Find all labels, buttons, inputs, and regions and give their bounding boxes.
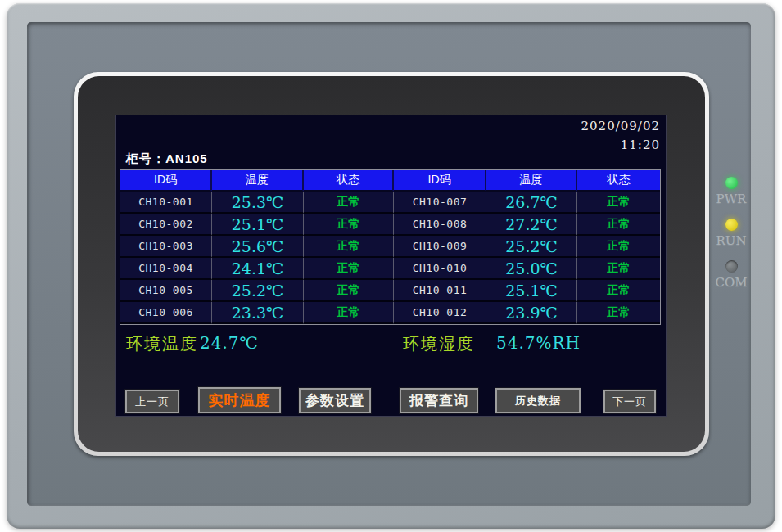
- channel-temp: 23.3℃: [212, 302, 304, 324]
- channel-status: 正常: [577, 280, 660, 302]
- power-led-group: PWR: [713, 177, 749, 206]
- channel-temp: 25.2℃: [486, 236, 577, 258]
- date-display: 2020/09/02: [581, 119, 660, 133]
- table-header-cell: 温度: [212, 170, 304, 192]
- channel-status: 正常: [304, 280, 394, 302]
- channel-temp: 25.6℃: [212, 236, 304, 258]
- alarm-query-button[interactable]: 报警查询: [400, 388, 478, 413]
- cabinet-id-label: 柜号：AN105: [126, 151, 208, 167]
- channel-id: CH10-007: [394, 192, 486, 214]
- channel-status: 正常: [577, 236, 660, 258]
- channel-status: 正常: [304, 236, 394, 258]
- channel-temp: 25.1℃: [212, 214, 304, 236]
- channel-status: 正常: [577, 192, 660, 214]
- channel-id: CH10-006: [120, 302, 212, 324]
- channel-id: CH10-003: [120, 236, 212, 258]
- channel-temp: 25.0℃: [486, 258, 577, 280]
- realtime-temperature-button[interactable]: 实时温度: [198, 387, 281, 413]
- channel-status: 正常: [304, 214, 394, 236]
- run-led-icon: [725, 219, 738, 231]
- channel-id: CH10-001: [120, 192, 212, 214]
- screen-bezel-inner: 2020/09/02 11:20 柜号：AN105 ID码 温度 状态 ID码 …: [78, 76, 705, 452]
- channel-status: 正常: [577, 302, 660, 324]
- table-header-cell: 状态: [577, 170, 660, 192]
- channel-id: CH10-002: [120, 214, 212, 236]
- power-led-icon: [725, 177, 738, 189]
- hmi-device-housing: 2020/09/02 11:20 柜号：AN105 ID码 温度 状态 ID码 …: [7, 3, 775, 529]
- channel-temp: 25.1℃: [486, 280, 577, 302]
- channel-id: CH10-009: [394, 236, 486, 258]
- table-header-cell: ID码: [394, 170, 486, 192]
- prev-page-button[interactable]: 上一页: [125, 390, 179, 413]
- com-led-label: COM: [713, 275, 749, 290]
- ambient-temperature-value: 24.7℃: [200, 333, 259, 353]
- channel-id: CH10-008: [394, 214, 486, 236]
- channel-status: 正常: [304, 258, 394, 280]
- history-data-button[interactable]: 历史数据: [495, 388, 581, 413]
- next-page-button[interactable]: 下一页: [603, 390, 656, 413]
- channel-id: CH10-011: [394, 280, 486, 302]
- channel-temp: 25.2℃: [212, 280, 304, 302]
- ambient-humidity-value: 54.7%RH: [496, 333, 581, 353]
- channel-temp: 24.1℃: [212, 258, 304, 280]
- channel-temp: 23.9℃: [486, 302, 577, 324]
- com-led-group: COM: [713, 260, 749, 290]
- channel-temp: 27.2℃: [486, 214, 577, 236]
- run-led-label: RUN: [713, 233, 749, 248]
- channel-status: 正常: [577, 258, 660, 280]
- channel-id: CH10-010: [394, 258, 486, 280]
- lcd-display: 2020/09/02 11:20 柜号：AN105 ID码 温度 状态 ID码 …: [115, 115, 667, 417]
- ambient-humidity-label: 环境湿度: [403, 333, 475, 355]
- table-header-cell: 状态: [304, 170, 394, 192]
- channel-temp: 26.7℃: [486, 192, 577, 214]
- channel-status: 正常: [577, 214, 660, 236]
- front-panel: 2020/09/02 11:20 柜号：AN105 ID码 温度 状态 ID码 …: [27, 22, 751, 506]
- channel-status: 正常: [304, 302, 394, 324]
- parameter-settings-button[interactable]: 参数设置: [299, 388, 371, 413]
- channel-id: CH10-004: [120, 258, 212, 280]
- run-led-group: RUN: [713, 219, 749, 248]
- power-led-label: PWR: [713, 192, 749, 206]
- channel-temp: 25.3℃: [212, 192, 304, 214]
- screen-bezel: 2020/09/02 11:20 柜号：AN105 ID码 温度 状态 ID码 …: [74, 72, 709, 456]
- channel-temperature-table: ID码 温度 状态 ID码 温度 状态 CH10-001 25.3℃ 正常 CH…: [120, 169, 661, 325]
- table-header-cell: 温度: [486, 170, 577, 192]
- time-display: 11:20: [621, 138, 660, 152]
- channel-id: CH10-005: [120, 280, 212, 302]
- table-header-cell: ID码: [120, 170, 212, 192]
- com-led-icon: [725, 260, 738, 273]
- channel-id: CH10-012: [394, 302, 486, 324]
- channel-status: 正常: [304, 192, 394, 214]
- ambient-temperature-label: 环境温度: [126, 333, 198, 355]
